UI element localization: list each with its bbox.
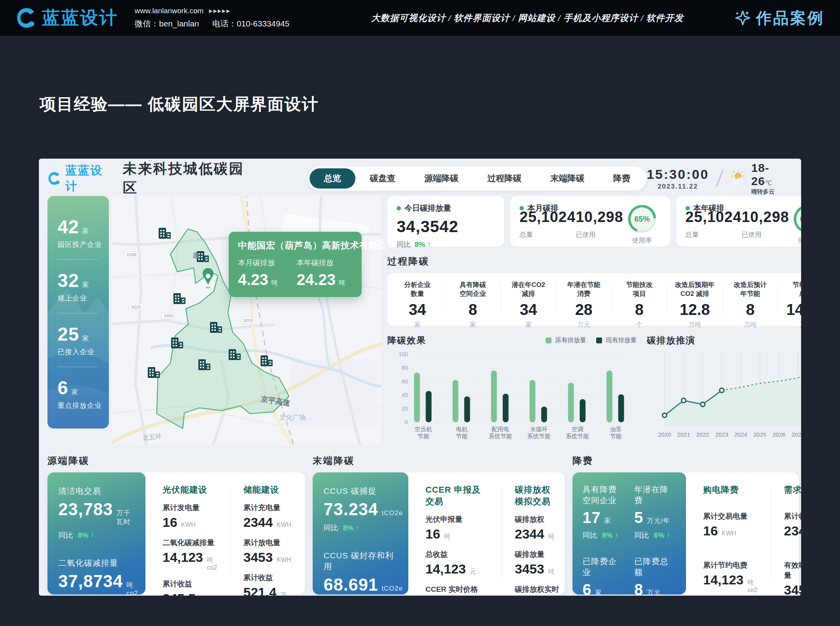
compare-value: 8% ↑	[415, 240, 431, 249]
kpi-title-text: 本年碳排	[693, 203, 724, 213]
detail-unit: 元	[470, 568, 476, 576]
green-dot-icon	[686, 206, 690, 210]
tab-总览[interactable]: 总览	[310, 168, 355, 189]
detail-label: 光伏申报量	[425, 514, 488, 525]
svg-text:100: 100	[399, 351, 408, 357]
sidebar-stat: 6家重点排放企业	[58, 377, 101, 410]
stat-value: 25家	[58, 323, 101, 345]
map-tooltip: 中能国宏（葫芦岛）高新技术有限公司 本月碳排放4.23吨本年碳排放24.23吨	[229, 232, 362, 297]
svg-text:20: 20	[402, 406, 408, 412]
park-map[interactable]: X338 X025 X020 X016 龙腾世纪 文化广场 文化广场 京平高速 …	[112, 196, 381, 445]
svg-text:2023: 2023	[716, 431, 728, 438]
detail-label: 累计节约电费	[703, 560, 758, 570]
detail-item: 二氧化碳减排量14,123吨co2	[163, 538, 217, 571]
data-point-2022	[701, 402, 705, 407]
label-line2: 项目	[612, 290, 667, 299]
detail-label: 累计收益	[163, 579, 217, 589]
gradient-stat-unit: 万元/年	[647, 516, 670, 525]
detail-column: 储能建设累计充电量2344KWH累计放电量3453KWH累计收益521.4万元	[230, 484, 304, 583]
tab-降费[interactable]: 降费	[599, 168, 645, 189]
gradient-stat-unit: 万元	[647, 588, 661, 596]
process-stat-value: 8	[612, 301, 667, 318]
tab-源端降碳[interactable]: 源端降碳	[410, 168, 473, 189]
process-stat-value: 14.85	[778, 301, 801, 318]
detail-label: 累计放电量	[243, 538, 291, 548]
gradient-stat-value: 17家	[583, 509, 624, 526]
reduction-effect-chart: 降碳效果 原有排放量现有排放量 020406080100空压机节能电机节能配用电…	[387, 334, 637, 445]
label-line1: 节能技改	[612, 281, 667, 290]
detail-label: 累计收益	[784, 511, 801, 521]
gradient-stat-value: 37,8734吨co2	[58, 572, 135, 596]
detail-item: 累计收益2344KWH	[784, 511, 801, 539]
section-title-fee: 降费	[572, 455, 799, 467]
compare-label: 同比	[634, 530, 649, 540]
sidebar-stat: 42家园区投产企业	[58, 216, 101, 249]
tooltip-stat: 本月碳排放4.23吨	[238, 258, 278, 289]
tab-末端降碳[interactable]: 末端降碳	[536, 168, 599, 189]
company-name: 中能国宏（葫芦岛）高新技术有限公司	[238, 240, 352, 252]
kpi-title-text: 本月碳排	[527, 203, 558, 213]
dashboard-screenshot: 蓝蓝设计 未来科技城低碳园区 总览碳盘查源端降碳过程降碳末端降碳降费 15:30…	[39, 159, 801, 596]
svg-text:空调: 空调	[572, 426, 583, 432]
detail-value: 245.5万元	[163, 591, 217, 596]
stat-unit: 家	[82, 280, 89, 289]
sidebar-stat: 25家已接入企业	[58, 323, 101, 357]
tab-碳盘查[interactable]: 碳盘查	[355, 168, 410, 189]
gradient-stat-label: 年潜在降费	[634, 484, 676, 506]
detail-item: 累计放电量3453KWH	[243, 538, 291, 565]
detail-label: 二氧化碳减排量	[163, 538, 217, 548]
gradient-stat-label: CCUS 碳封存和利用	[324, 550, 397, 572]
bar-现有排放量-空压机	[426, 391, 432, 423]
gradient-stat-unit: tCO2e	[382, 509, 403, 517]
process-stat-label: 潜在年CO2减排	[500, 281, 556, 299]
svg-text:0: 0	[405, 419, 408, 425]
process-stat-unit: 万吨	[723, 321, 778, 329]
gradient-stat: 二氧化碳减排量37,8734吨co2同比2% ↓	[58, 558, 135, 596]
process-stat-unit: 万元	[778, 321, 801, 329]
detail-columns: 购电降费累计交易电量16KWH累计节约电费14,123吨co2需求侧响应累计收益…	[686, 472, 801, 595]
legend-label: 现有排放量	[606, 336, 637, 344]
svg-text:40: 40	[402, 392, 408, 398]
line-chart-title: 碳排放推演	[647, 334, 695, 346]
tab-过程降碳[interactable]: 过程降碳	[473, 168, 536, 189]
kpi-columns: 25,1024总量10,298已使用65%使用率	[686, 209, 801, 245]
detail-value: 14,123吨co2	[703, 572, 758, 594]
gradient-stat-value: 5万元/年	[634, 509, 676, 526]
kpi-usage-label: 使用率	[789, 236, 801, 245]
website-url[interactable]: www.lanlanwork.com	[135, 7, 203, 15]
process-stat-label: 节能技改项目	[612, 281, 667, 299]
process-stat-value: 8	[723, 301, 778, 318]
detail-label: 累计发电量	[163, 503, 217, 513]
clock-weather: 15:30:00 2023.11.22 18-26℃ 晴转多云	[647, 161, 793, 196]
detail-label: 累计收益	[243, 573, 291, 583]
stat-label: 园区投产企业	[58, 240, 101, 249]
stat-unit: 家	[72, 388, 79, 397]
tooltip-stat: 本年碳排放24.23吨	[297, 258, 345, 289]
services-list: 大数据可视化设计 / 软件界面设计 / 网站建设 / 手机及小程序设计 / 软件…	[371, 12, 684, 24]
compare-value: 6% ↑	[654, 531, 670, 540]
site-header: 蓝蓝设计 www.lanlanwork.com ▶▶▶▶▶ 微信：ben_lan…	[0, 0, 840, 36]
divider	[58, 313, 98, 313]
weather-desc: 晴转多云	[751, 188, 790, 196]
dashboard-title: 未来科技城低碳园区	[123, 159, 259, 198]
label-line1: 分析企业	[390, 281, 445, 290]
gradient-stat-label: 具有降费空间企业	[583, 484, 624, 506]
detail-unit: 吨	[548, 568, 554, 576]
gradient-stat-label: CCUS 碳捕捉	[324, 486, 397, 497]
site-logo-text: 蓝蓝设计	[42, 6, 118, 30]
detail-item: 碳排放权实时价格68元/ICO2e	[515, 584, 560, 596]
label-line2: 成本	[778, 290, 801, 299]
portfolio-link[interactable]: 作品案例	[734, 7, 824, 29]
svg-text:65%: 65%	[634, 215, 650, 223]
detail-value: 14,123元	[425, 561, 488, 577]
detail-item: 碳排放权2344吨	[515, 514, 560, 542]
kpi-usage-label: 使用率	[623, 236, 661, 245]
svg-text:2024: 2024	[735, 431, 747, 438]
green-dot-icon	[520, 206, 524, 210]
detail-item: 光伏申报量16吨	[425, 514, 488, 542]
process-stat: 节能技改项目8个	[612, 280, 667, 319]
kpi-card-ring: 本年碳排25,1024总量10,298已使用65%使用率	[676, 196, 801, 247]
label-line2: CO2 减排	[667, 290, 723, 299]
detail-value: 3453KWH	[243, 550, 291, 565]
site-logo[interactable]: 蓝蓝设计	[16, 6, 118, 30]
